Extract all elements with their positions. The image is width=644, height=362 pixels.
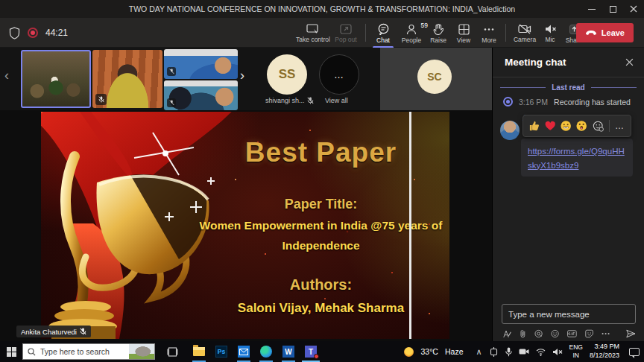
participant-avatar-ss[interactable]: SS: [267, 54, 307, 95]
meeting-chat-panel: Meeting chat Last read 3:16 PM Recording…: [492, 48, 644, 341]
thumbs-up-reaction-icon[interactable]: [529, 120, 540, 132]
more-reactions-picker-icon[interactable]: [593, 120, 604, 133]
shield-icon[interactable]: [9, 27, 20, 39]
attach-icon[interactable]: [520, 328, 526, 339]
mail-button[interactable]: [233, 341, 255, 362]
view-grid-icon: [458, 24, 470, 35]
message-avatar[interactable]: [500, 121, 520, 140]
compose-more-icon[interactable]: [602, 332, 610, 335]
chat-close-icon[interactable]: [625, 58, 634, 66]
filmstrip-scroll-right-icon[interactable]: ›: [240, 69, 244, 82]
filmstrip-scroll-left-icon[interactable]: ‹: [4, 69, 9, 82]
mic-off-icon: [169, 100, 174, 106]
file-explorer-icon: [193, 347, 205, 356]
wifi-tray-icon[interactable]: [536, 348, 546, 356]
video-thumbnail-banner-2[interactable]: [164, 80, 238, 110]
file-explorer-button[interactable]: [188, 341, 210, 362]
maximize-button[interactable]: [602, 0, 623, 18]
clock-time: 3:49 PM: [594, 343, 619, 350]
compose-toolbar: [503, 328, 636, 340]
people-icon: [406, 24, 417, 35]
action-center-icon[interactable]: [629, 348, 640, 356]
presenter-name-tag: Ankita Chaturvedi: [16, 326, 91, 337]
device-tray-icon[interactable]: [489, 347, 499, 357]
message-link[interactable]: https://forms.gle/Q9quHHskyX1b9sbz9: [528, 147, 625, 170]
slide-scrollbar[interactable]: [409, 112, 411, 339]
clock-date: 8/12/2023: [590, 352, 619, 359]
compose-box[interactable]: [502, 304, 636, 324]
language-indicator[interactable]: ENG IN: [569, 343, 583, 359]
word-button[interactable]: W: [277, 341, 300, 362]
new-message-input[interactable]: [502, 305, 635, 323]
photoshop-button[interactable]: Ps: [210, 341, 233, 362]
loop-icon[interactable]: [534, 328, 543, 339]
video-thumbnail-speaker[interactable]: [92, 50, 162, 108]
event-time: 3:16 PM: [519, 98, 548, 107]
emoji-icon[interactable]: [551, 328, 559, 339]
windows-taskbar: Type here to search Ps W: [0, 341, 644, 362]
recording-indicator-icon: [28, 28, 38, 38]
microphone-tray-icon[interactable]: [505, 347, 512, 357]
send-icon[interactable]: [626, 328, 636, 339]
last-read-divider: Last read: [500, 83, 637, 92]
camera-tray-icon[interactable]: [519, 348, 529, 355]
video-thumbnail-banner-1[interactable]: [164, 49, 238, 79]
task-view-icon: [167, 347, 178, 357]
recording-event-icon: [503, 97, 513, 107]
start-button[interactable]: [0, 341, 22, 362]
mic-muted-badge: [167, 67, 176, 76]
volume-muted-tray-icon[interactable]: [552, 348, 563, 356]
weather-temperature[interactable]: 33°C: [420, 347, 438, 356]
search-placeholder: Type here to search: [40, 347, 110, 356]
chat-message-bubble: https://forms.gle/Q9quHHskyX1b9sbz9: [521, 139, 633, 177]
edge-icon: [260, 346, 272, 358]
message-more-options-icon[interactable]: …: [615, 121, 625, 131]
surprised-face-reaction-icon[interactable]: [576, 120, 587, 132]
close-button[interactable]: [623, 0, 644, 18]
camera-off-icon: [518, 24, 531, 34]
recording-started-event: 3:16 PM Recording has started: [503, 97, 631, 107]
chat-title: Meeting chat: [505, 57, 566, 68]
taskbar-clock[interactable]: 3:49 PM 8/12/2023: [590, 343, 619, 360]
more-button[interactable]: More: [473, 20, 505, 47]
ellipsis-icon: …: [334, 69, 344, 80]
participant-name-ss: shivangi sh...: [265, 97, 314, 104]
take-control-button[interactable]: Take control: [297, 20, 329, 47]
teams-icon: T: [305, 346, 317, 358]
mic-off-icon: [307, 97, 314, 104]
reaction-hover-bar: …: [523, 115, 631, 137]
format-icon[interactable]: [503, 329, 511, 339]
taskbar-search[interactable]: Type here to search: [22, 343, 155, 360]
notification-badge: [314, 354, 319, 359]
participant-filmstrip: ‹: [0, 48, 492, 110]
search-icon: [28, 348, 36, 356]
gif-icon[interactable]: [567, 329, 577, 338]
sticker-icon[interactable]: [585, 328, 593, 339]
participant-tile-sc[interactable]: SC: [380, 48, 492, 110]
hang-up-icon: [585, 30, 597, 36]
window-title: TWO DAY NATIONAL CONFERENCE ON INNOVATIO…: [129, 4, 515, 13]
shared-presentation-slide: Best Paper Paper Title: Women Empowermen…: [41, 112, 449, 339]
titlebar: TWO DAY NATIONAL CONFERENCE ON INNOVATIO…: [0, 0, 644, 18]
word-icon: W: [282, 346, 294, 358]
photoshop-icon: Ps: [215, 346, 227, 358]
minimize-button[interactable]: [581, 0, 602, 18]
show-hidden-icons-chevron[interactable]: ∧: [476, 347, 482, 357]
edge-button[interactable]: [255, 341, 277, 362]
task-view-button[interactable]: [161, 341, 183, 362]
minimize-icon: [588, 9, 596, 10]
view-all-button[interactable]: …: [319, 54, 359, 95]
heart-reaction-icon[interactable]: [545, 121, 555, 131]
video-thumbnail-room[interactable]: [21, 50, 91, 108]
weather-condition[interactable]: Haze: [445, 347, 464, 356]
weather-icon[interactable]: [404, 347, 414, 357]
meeting-toolbar: 44:21 Take control Pop out Chat: [0, 18, 644, 48]
mic-off-icon: [80, 328, 86, 335]
windows-logo-icon: [7, 347, 16, 357]
grinning-face-reaction-icon[interactable]: [561, 120, 571, 132]
leave-button[interactable]: Leave: [576, 23, 634, 42]
teams-button[interactable]: T: [300, 341, 322, 362]
participant-avatar-sc: SC: [417, 60, 452, 94]
mail-icon: [238, 346, 250, 358]
search-highlight-image[interactable]: [129, 344, 154, 360]
